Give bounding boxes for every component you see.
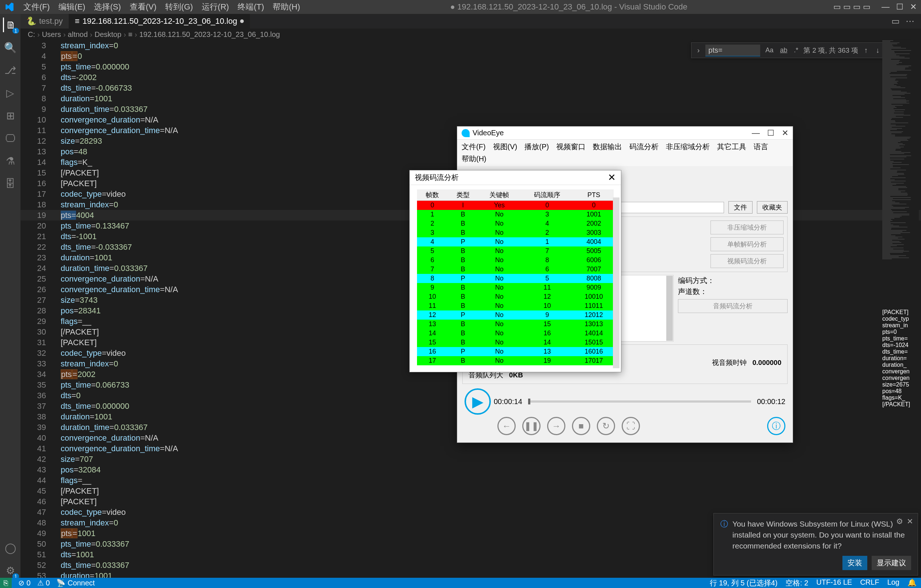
table-row[interactable]: 17BNo1917017 (417, 356, 613, 365)
toast-close-icon[interactable]: ✕ (907, 517, 913, 526)
tab[interactable]: ≡192.168.121.50_2023-12-10_23_06_10.log (69, 14, 250, 29)
code-content[interactable]: stream_index=0pts=0pts_time=0.000000dts=… (61, 40, 178, 581)
videoeye-menu-item[interactable]: 视频窗口 (556, 142, 586, 152)
maximize-button[interactable]: ☐ (896, 2, 903, 12)
code-line[interactable]: pts=4004 (61, 210, 178, 220)
code-line[interactable]: [/PACKET] (61, 485, 178, 496)
status-item[interactable]: UTF-16 LE (817, 578, 852, 588)
table-row[interactable]: 1BNo31001 (417, 210, 613, 219)
code-line[interactable]: dts=0 (61, 390, 178, 401)
videoeye-menu-item[interactable]: 数据输出 (593, 142, 622, 152)
explorer-icon[interactable]: 🗎1 (3, 18, 18, 32)
breadcrumb-segment[interactable]: altnod (68, 30, 88, 39)
stop-button[interactable]: ■ (572, 417, 590, 435)
find-next-icon[interactable]: ↓ (874, 44, 882, 56)
menu-item[interactable]: 编辑(E) (54, 0, 89, 14)
table-row[interactable]: 2BNo42002 (417, 219, 613, 228)
bitstream-close-icon[interactable]: ✕ (608, 172, 616, 183)
videoeye-titlebar[interactable]: VideoEye — ☐ ✕ (457, 127, 793, 140)
run-debug-icon[interactable]: ▷ (3, 86, 18, 100)
code-line[interactable]: codec_type=video (61, 507, 178, 518)
videoeye-menu-item[interactable]: 文件(F) (462, 142, 486, 152)
menu-item[interactable]: 转到(G) (161, 0, 197, 14)
code-line[interactable]: stream_index=0 (61, 199, 178, 210)
status-item[interactable]: 🔔 (908, 578, 917, 588)
code-line[interactable]: [PACKET] (61, 496, 178, 507)
menu-item[interactable]: 文件(F) (19, 0, 54, 14)
code-line[interactable]: stream_index=0 (61, 358, 178, 369)
code-line[interactable]: convergence_duration_time=N/A (61, 284, 178, 295)
code-line[interactable]: dts_time=-0.066733 (61, 83, 178, 93)
code-line[interactable]: dts_time=0.033367 (61, 560, 178, 570)
seek-track[interactable] (528, 401, 751, 402)
whole-word-icon[interactable]: ab (778, 44, 789, 56)
minimize-button[interactable]: — (882, 2, 890, 12)
database-icon[interactable]: 🗄 (3, 176, 18, 191)
table-row[interactable]: 8PNo58008 (417, 274, 613, 283)
table-row[interactable]: 10BNo1210010 (417, 292, 613, 301)
info-button[interactable]: ⓘ (767, 417, 785, 435)
videoeye-menu-item[interactable]: 其它工具 (717, 142, 746, 152)
menu-item[interactable]: 查看(V) (125, 0, 161, 14)
code-line[interactable]: size=707 (61, 454, 178, 464)
code-line[interactable]: pts=0 (61, 51, 178, 62)
code-line[interactable]: convergence_duration=N/A (61, 114, 178, 125)
code-line[interactable]: [PACKET] (61, 337, 178, 348)
code-line[interactable]: convergence_duration_time=N/A (61, 443, 178, 454)
code-line[interactable]: dts_time=0.000000 (61, 401, 178, 411)
table-row[interactable]: 13BNo1513013 (417, 319, 613, 329)
minimap[interactable]: [PACKET]codec_typstream_inpts=0pts_time=… (882, 40, 919, 578)
breadcrumb-segment[interactable]: C: (28, 30, 35, 39)
meta-scrollbar[interactable] (666, 276, 673, 341)
table-row[interactable]: 16PNo1316016 (417, 347, 613, 356)
table-row[interactable]: 9BNo119009 (417, 283, 613, 292)
extensions-icon[interactable]: ⊞ (3, 108, 18, 123)
code-line[interactable]: duration=1001 (61, 252, 178, 263)
more-actions-icon[interactable]: ⋯ (906, 16, 914, 26)
connect-status[interactable]: 📡 Connect (56, 578, 94, 587)
code-line[interactable]: codec_type=video (61, 348, 178, 358)
videoeye-menu-item[interactable]: 播放(P) (524, 142, 549, 152)
videoeye-menu-item[interactable]: 视图(V) (493, 142, 517, 152)
accounts-icon[interactable]: ◯ (3, 541, 18, 555)
videoeye-menu-item[interactable]: 非压缩域分析 (666, 142, 710, 152)
match-case-icon[interactable]: Aa (764, 44, 775, 56)
fullscreen-button[interactable]: ⛶ (622, 417, 640, 435)
analysis-button[interactable]: 单帧解码分析 (711, 237, 784, 251)
loop-button[interactable]: ↻ (597, 417, 615, 435)
table-row[interactable]: 6BNo86006 (417, 256, 613, 265)
code-line[interactable]: dts=-1001 (61, 231, 178, 242)
code-line[interactable]: pos=32084 (61, 464, 178, 475)
menu-item[interactable]: 帮助(H) (268, 0, 304, 14)
videoeye-menu-item[interactable]: 语言 (753, 142, 768, 152)
audio-bitstream-button[interactable]: 音频码流分析 (678, 299, 788, 313)
breadcrumb-segment[interactable]: Desktop (94, 30, 121, 39)
table-row[interactable]: 11BNo1011011 (417, 301, 613, 311)
breadcrumb-segment[interactable]: Users (42, 30, 61, 39)
code-line[interactable]: dts=1001 (61, 549, 178, 560)
analysis-button[interactable]: 非压缩域分析 (711, 220, 784, 235)
bitstream-scrollbar[interactable] (613, 197, 620, 368)
layout-controls[interactable]: ▭ ▭ ▭ ▭ (833, 2, 871, 12)
find-input[interactable] (705, 45, 760, 56)
file-button[interactable]: 文件 (728, 201, 752, 213)
menu-item[interactable]: 终端(T) (233, 0, 268, 14)
timeline[interactable]: 00:00:14 00:00:12 (494, 397, 785, 406)
code-line[interactable]: stream_index=0 (61, 40, 178, 51)
code-line[interactable]: [/PACKET] (61, 168, 178, 178)
code-line[interactable]: duration=1001 (61, 411, 178, 422)
code-line[interactable]: size=3743 (61, 295, 178, 305)
menu-item[interactable]: 运行(R) (197, 0, 234, 14)
code-line[interactable]: flags=__ (61, 316, 178, 327)
source-control-icon[interactable]: ⎇ (3, 63, 18, 78)
errors-count[interactable]: ⊘ 0 (18, 578, 31, 587)
videoeye-minimize-icon[interactable]: — (752, 129, 760, 138)
code-line[interactable]: pos=28341 (61, 305, 178, 316)
testing-icon[interactable]: ⚗ (3, 153, 18, 168)
favorites-button[interactable]: 收藏夹 (757, 201, 788, 213)
status-item[interactable]: Log (887, 578, 900, 588)
code-line[interactable]: flags=K_ (61, 157, 178, 168)
table-row[interactable]: 5BNo75005 (417, 246, 613, 256)
show-suggestions-button[interactable]: 显示建议 (872, 556, 911, 570)
warnings-count[interactable]: ⚠ 0 (37, 578, 50, 587)
